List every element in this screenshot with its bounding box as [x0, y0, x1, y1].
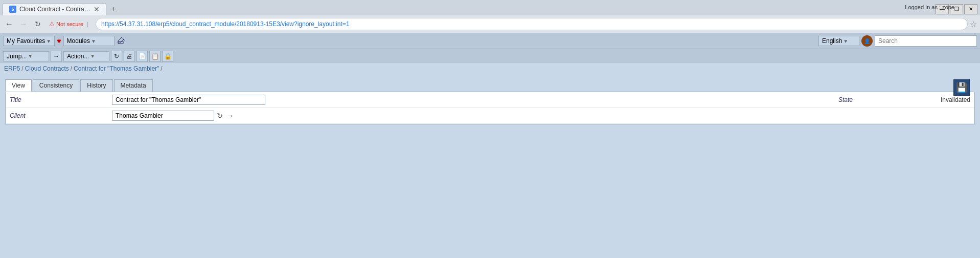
- address-input[interactable]: [96, 18, 968, 30]
- action-dropdown[interactable]: Action... ▼: [63, 51, 109, 61]
- form-body: Title State Invalidated Client ↻ →: [5, 92, 975, 124]
- jump-label: Jump...: [7, 53, 27, 60]
- language-arrow: ▼: [843, 38, 848, 44]
- heart-icon: ♥: [57, 37, 61, 45]
- tab-history[interactable]: History: [80, 79, 112, 92]
- logged-in-text: Logged In as : zope: [905, 4, 954, 10]
- favourites-dropdown[interactable]: My Favourites ▼: [3, 36, 55, 46]
- favourites-label: My Favourites: [7, 37, 45, 45]
- breadcrumb-item-contract[interactable]: Contract for "Thomas Gambier": [74, 65, 159, 72]
- tab-view[interactable]: View: [5, 79, 32, 92]
- save-button[interactable]: 💾: [953, 79, 970, 96]
- search-input[interactable]: [875, 35, 977, 47]
- security-indicator: ⚠ Not secure |: [46, 19, 94, 29]
- favourites-arrow: ▼: [46, 38, 51, 44]
- address-bar-row: ← → ↻ ⚠ Not secure | ☆: [0, 15, 980, 33]
- modules-dropdown[interactable]: Modules ▼: [63, 36, 115, 46]
- main-content: 💾 View Consistency History Metadata Titl…: [0, 74, 980, 130]
- bookmark-button[interactable]: ☆: [970, 19, 977, 29]
- refresh-icon-button[interactable]: ↻: [111, 51, 122, 62]
- app-toolbar-top: My Favourites ▼ ♥ Modules ▼ English ▼ 👤: [0, 33, 980, 49]
- tab-close-button[interactable]: ✕: [94, 6, 100, 13]
- state-label: State: [838, 96, 941, 103]
- action-label: Action...: [67, 53, 89, 60]
- breadcrumb-item-erp5[interactable]: ERP5: [4, 65, 20, 72]
- client-refresh-button[interactable]: ↻: [216, 112, 224, 120]
- new-tab-button[interactable]: +: [108, 4, 119, 15]
- tab-metadata[interactable]: Metadata: [114, 79, 153, 92]
- forward-button[interactable]: →: [17, 18, 30, 30]
- breadcrumb-item-cloud-contracts[interactable]: Cloud Contracts: [25, 65, 69, 72]
- toolbar-right: English ▼ 👤: [818, 35, 977, 47]
- title-value: [112, 95, 838, 105]
- back-button[interactable]: ←: [3, 18, 15, 30]
- modules-arrow: ▼: [91, 38, 96, 44]
- print-button[interactable]: 🖨: [124, 51, 135, 62]
- security-text: Not secure: [56, 21, 83, 27]
- modules-label: Modules: [67, 37, 90, 45]
- user-avatar: 👤: [861, 35, 873, 47]
- client-controls: ↻ →: [112, 111, 970, 121]
- client-row: Client ↻ →: [6, 108, 974, 124]
- title-label: Title: [10, 96, 112, 103]
- client-label: Client: [10, 112, 112, 119]
- app-toolbar-bottom: Jump... ▼ → Action... ▼ ↻ 🖨 📄 📋 🔒: [0, 49, 980, 63]
- separator: |: [87, 21, 88, 27]
- breadcrumb: ERP5 / Cloud Contracts / Contract for "T…: [0, 63, 980, 74]
- form-container: 💾 View Consistency History Metadata Titl…: [5, 79, 975, 124]
- lock-button[interactable]: 🔒: [162, 51, 173, 62]
- title-input[interactable]: [112, 95, 265, 105]
- language-label: English: [822, 37, 842, 45]
- save-button-area: 💾: [953, 79, 970, 96]
- tab-consistency[interactable]: Consistency: [33, 79, 79, 92]
- jump-go-button[interactable]: →: [51, 51, 62, 62]
- edit-icon: [118, 36, 126, 45]
- refresh-button[interactable]: ↻: [32, 18, 44, 30]
- warning-icon: ⚠: [49, 20, 55, 28]
- jump-arrow: ▼: [28, 53, 33, 59]
- state-value: Invalidated: [941, 96, 970, 103]
- action-arrow: ▼: [90, 53, 95, 59]
- paste-button[interactable]: 📋: [149, 51, 161, 62]
- client-input[interactable]: [112, 111, 214, 121]
- tab-favicon: 5: [9, 6, 16, 13]
- browser-tab[interactable]: 5 Cloud Contract - Contra… ✕: [3, 3, 106, 15]
- client-navigate-button[interactable]: →: [225, 112, 235, 120]
- edit-button[interactable]: [117, 35, 127, 47]
- language-dropdown[interactable]: English ▼: [818, 36, 859, 46]
- tabs-row: View Consistency History Metadata: [5, 79, 975, 92]
- jump-dropdown[interactable]: Jump... ▼: [3, 51, 49, 61]
- close-button[interactable]: ✕: [964, 4, 977, 14]
- client-value: ↻ →: [112, 111, 970, 121]
- copy-button[interactable]: 📄: [136, 51, 148, 62]
- title-row: Title State Invalidated: [6, 92, 974, 108]
- tab-title: Cloud Contract - Contra…: [19, 6, 90, 13]
